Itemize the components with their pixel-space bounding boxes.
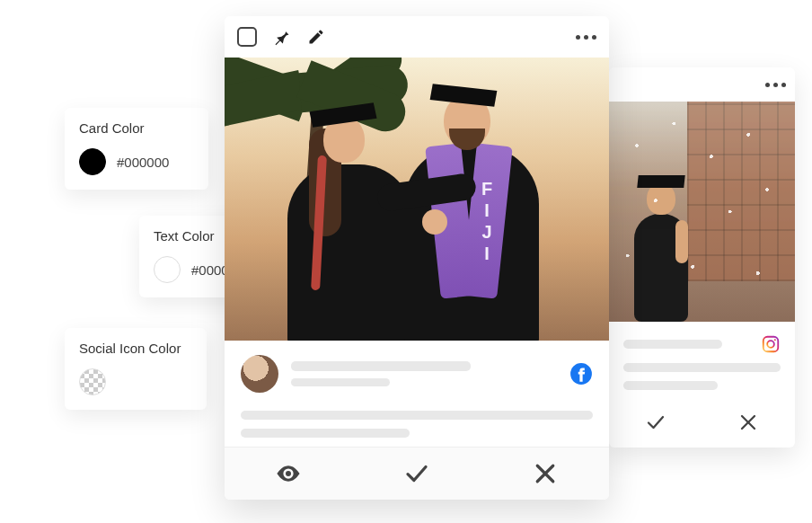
reject-button[interactable] xyxy=(737,412,759,433)
social-icon-color-swatch[interactable] xyxy=(79,368,106,395)
approve-button[interactable] xyxy=(403,460,430,487)
preview-button[interactable] xyxy=(275,460,302,487)
card-color-title: Card Color xyxy=(79,120,194,136)
pin-icon[interactable] xyxy=(273,28,291,46)
primary-post-card: FIJI xyxy=(225,16,609,500)
card-color-swatch[interactable] xyxy=(79,148,106,175)
stole-text: FIJI xyxy=(476,179,497,265)
post-photo: FIJI xyxy=(225,58,609,341)
reject-button[interactable] xyxy=(532,460,559,487)
card-color-panel: Card Color #000000 xyxy=(65,108,208,190)
skeleton-line xyxy=(241,411,593,420)
pencil-icon[interactable] xyxy=(307,28,325,46)
select-checkbox[interactable] xyxy=(237,27,257,47)
skeleton-line xyxy=(291,361,471,371)
approve-button[interactable] xyxy=(645,412,666,433)
post-photo xyxy=(609,102,795,322)
social-icon-color-title: Social Icon Color xyxy=(79,341,192,356)
avatar[interactable] xyxy=(241,355,278,393)
svg-point-1 xyxy=(767,341,774,348)
skeleton-line xyxy=(241,429,410,438)
text-color-swatch[interactable] xyxy=(154,256,181,283)
social-icon-color-panel: Social Icon Color xyxy=(65,328,207,410)
skeleton-line xyxy=(623,363,781,372)
svg-point-6 xyxy=(286,471,291,476)
card-color-hex: #000000 xyxy=(117,155,169,170)
facebook-icon xyxy=(569,362,593,386)
instagram-icon xyxy=(761,334,781,354)
secondary-post-card xyxy=(609,67,795,448)
skeleton-line xyxy=(623,381,718,390)
svg-rect-0 xyxy=(763,337,779,352)
svg-point-2 xyxy=(774,339,776,341)
skeleton-line xyxy=(623,340,722,349)
more-icon[interactable] xyxy=(576,35,596,40)
skeleton-line xyxy=(291,378,390,386)
more-icon[interactable] xyxy=(765,83,786,87)
